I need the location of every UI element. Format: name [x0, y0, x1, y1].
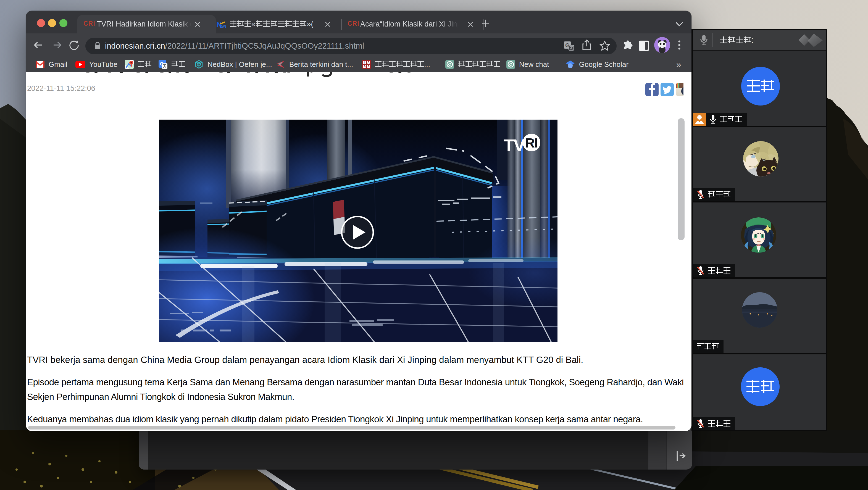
svg-text:I: I — [364, 61, 365, 64]
svg-text:RI: RI — [525, 135, 537, 150]
svg-text:A: A — [364, 65, 366, 68]
svg-text:A: A — [367, 61, 370, 64]
svg-text:TV: TV — [504, 135, 525, 155]
svg-text:EWS: EWS — [220, 25, 226, 28]
svg-text:A: A — [367, 65, 370, 68]
